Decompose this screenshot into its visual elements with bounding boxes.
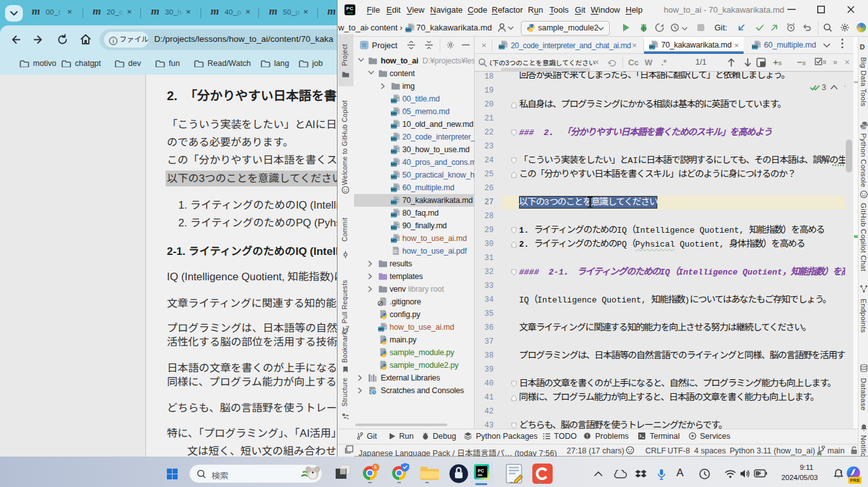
svg-text:z: z <box>840 469 843 474</box>
svg-text:PC: PC <box>478 469 484 473</box>
svg-text:z: z <box>643 470 645 476</box>
